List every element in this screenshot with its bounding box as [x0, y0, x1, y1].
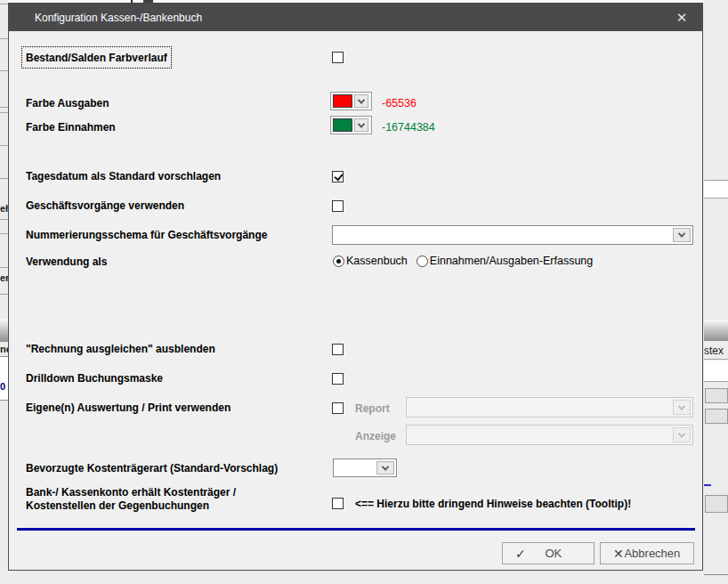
preferred-cost-type-label: Bevorzugte Kostenträgerart (Standard-Vor… [26, 462, 278, 474]
x-icon: ✕ [613, 547, 624, 561]
background-white-row [704, 182, 728, 198]
report-dropdown-button[interactable] [673, 400, 691, 415]
hide-settle-invoice-checkbox[interactable] [332, 344, 344, 355]
chevron-down-icon [678, 430, 685, 437]
background-line [0, 233, 8, 234]
business-transactions-label: Geschäftsvorgänge verwenden [26, 199, 184, 212]
counter-bookings-label-line2: Kostenstellen der Gegenbuchungen [26, 499, 209, 512]
background-gradient-band [0, 319, 8, 342]
background-line [704, 574, 728, 575]
anzeige-label: Anzeige [355, 430, 396, 442]
preferred-cost-type-dropdown-button[interactable] [376, 461, 394, 474]
today-default-checkbox[interactable] [332, 171, 344, 182]
background-line [704, 180, 728, 181]
hide-settle-invoice-label: "Rechnung ausgleichen" ausblenden [26, 343, 215, 355]
usage-radio-einnahmen-ausgaben-label[interactable]: Einnahmen/Ausgaben-Erfassung [430, 255, 593, 267]
chevron-down-icon [678, 402, 685, 410]
cancel-button-label: Abbrechen [624, 547, 681, 560]
background-line [0, 70, 8, 71]
expenses-color-picker[interactable] [330, 92, 372, 110]
dialog-title: Konfiguration Kassen-/Bankenbuch [35, 12, 202, 24]
anzeige-select[interactable] [406, 425, 693, 445]
close-icon: ✕ [676, 10, 688, 26]
config-dialog: Konfiguration Kassen-/Bankenbuch ✕ Besta… [8, 3, 703, 571]
background-button-fragment [705, 409, 728, 424]
dialog-body: Bestand/Salden Farbverlauf Farbe Ausgabe… [9, 31, 702, 570]
income-color-swatch [333, 118, 352, 132]
expenses-color-dropdown-button[interactable] [354, 94, 368, 108]
background-line [704, 359, 728, 360]
background-line [0, 267, 8, 268]
ok-button-label: OK [526, 547, 581, 560]
drilldown-checkbox[interactable] [332, 373, 344, 385]
income-color-value: -16744384 [382, 121, 435, 134]
background-line [0, 4, 8, 4]
usage-radio-einnahmen-ausgaben[interactable] [417, 256, 428, 267]
background-text-fragment: stex [704, 345, 728, 357]
background-line [0, 178, 8, 179]
background-line [0, 107, 8, 108]
anzeige-dropdown-button[interactable] [673, 427, 691, 442]
background-line [0, 112, 8, 113]
chevron-down-icon [382, 463, 389, 470]
expenses-color-label: Farbe Ausgaben [26, 97, 109, 110]
usage-radio-kassenbuch[interactable] [333, 256, 344, 267]
cancel-button[interactable]: ✕ Abbrechen [600, 542, 694, 564]
report-select[interactable] [406, 397, 693, 418]
numbering-scheme-dropdown-button[interactable] [673, 228, 691, 242]
chevron-down-icon [358, 96, 365, 103]
background-blue-dash [704, 484, 711, 486]
separator-line [17, 528, 695, 531]
background-white-row [0, 356, 8, 401]
background-button-fragment [705, 388, 728, 403]
close-button[interactable]: ✕ [661, 4, 702, 31]
background-text-fragment: eh [0, 203, 8, 214]
drilldown-label: Drilldown Buchungsmaske [26, 372, 163, 385]
background-text-fragment: 0 [0, 381, 8, 392]
custom-report-checkbox[interactable] [332, 402, 344, 414]
background-white-row [704, 361, 728, 381]
check-icon: ✓ [515, 547, 526, 561]
ok-button[interactable]: ✓ OK [502, 542, 595, 564]
today-default-label: Tagesdatum als Standard vorschlagen [26, 170, 221, 182]
business-transactions-checkbox[interactable] [332, 200, 344, 212]
background-button-fragment [705, 495, 728, 513]
background-gradient-band [704, 320, 728, 341]
background-text-fragment: ern [0, 272, 8, 283]
counter-bookings-label-line1: Bank-/ Kassenkonto erhält Kostenträger / [26, 486, 236, 499]
numbering-scheme-label: Nummerierungsschema für Geschäftsvorgäng… [26, 229, 267, 241]
preferred-cost-type-select[interactable] [333, 458, 397, 477]
income-color-picker[interactable] [330, 116, 372, 134]
expenses-color-swatch [333, 94, 352, 108]
background-line [704, 381, 728, 382]
background-line [0, 145, 8, 146]
counter-bookings-hint: <== Hierzu bitte dringend Hinweise beach… [355, 498, 631, 510]
background-line [0, 219, 8, 220]
dialog-titlebar[interactable]: Konfiguration Kassen-/Bankenbuch ✕ [9, 4, 702, 31]
income-color-dropdown-button[interactable] [354, 118, 368, 132]
background-line [0, 38, 8, 39]
custom-report-label: Eigene(n) Auswertung / Print verwenden [26, 402, 231, 414]
background-text-fragment: ne [0, 344, 8, 354]
gradient-label-focusbox: Bestand/Salden Farbverlauf [21, 46, 172, 69]
usage-radio-group: Kassenbuch Einnahmen/Ausgaben-Erfassung [333, 255, 602, 267]
usage-label: Verwendung als [26, 256, 107, 268]
gradient-label: Bestand/Salden Farbverlauf [26, 52, 167, 64]
numbering-scheme-select[interactable] [332, 225, 693, 245]
chevron-down-icon [358, 120, 365, 127]
chevron-down-icon [678, 230, 685, 237]
background-line [704, 198, 728, 199]
income-color-label: Farbe Einnahmen [26, 121, 116, 134]
counter-bookings-checkbox[interactable] [332, 498, 344, 509]
background-line [0, 294, 8, 295]
gradient-checkbox[interactable] [332, 52, 344, 63]
usage-radio-kassenbuch-label[interactable]: Kassenbuch [346, 255, 408, 267]
report-label: Report [355, 402, 390, 415]
expenses-color-value: -65536 [382, 97, 417, 110]
